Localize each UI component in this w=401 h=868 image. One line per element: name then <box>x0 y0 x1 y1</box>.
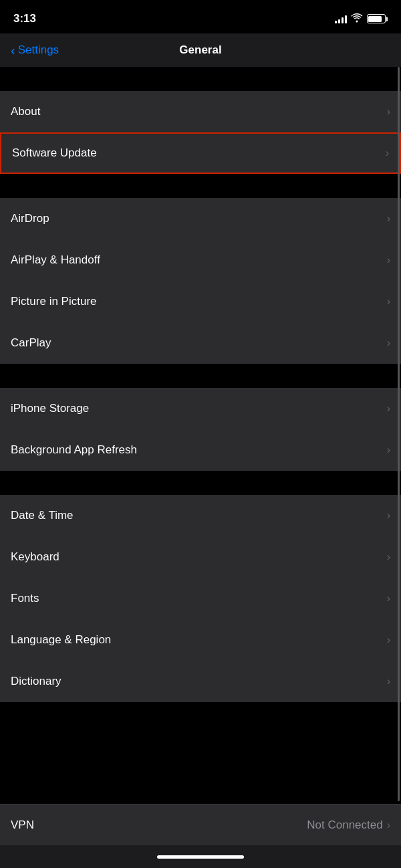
menu-item-language-region-label: Language & Region <box>11 633 111 647</box>
status-icons <box>335 13 388 25</box>
menu-item-vpn-right: Not Connected › <box>307 819 390 832</box>
menu-item-about-label: About <box>11 105 40 118</box>
chevron-right-icon-8: › <box>387 444 390 456</box>
home-indicator <box>0 845 401 868</box>
section-gap-4 <box>0 471 401 495</box>
chevron-right-icon-10: › <box>387 551 390 563</box>
menu-item-background-app-refresh-label: Background App Refresh <box>11 443 137 457</box>
menu-item-fonts-label: Fonts <box>11 592 39 605</box>
menu-item-iphone-storage-label: iPhone Storage <box>11 402 89 415</box>
section-gap-2 <box>0 174 401 198</box>
scrollbar[interactable] <box>398 67 400 801</box>
menu-item-keyboard-label: Keyboard <box>11 550 59 564</box>
menu-item-picture-in-picture-right: › <box>387 296 390 308</box>
menu-item-date-time[interactable]: Date & Time › <box>0 495 401 536</box>
menu-item-keyboard[interactable]: Keyboard › <box>0 536 401 578</box>
menu-group-3: iPhone Storage › Background App Refresh … <box>0 388 401 471</box>
menu-item-vpn[interactable]: VPN Not Connected › <box>0 804 401 845</box>
menu-item-dictionary-right: › <box>387 675 390 687</box>
menu-item-airdrop[interactable]: AirDrop › <box>0 198 401 239</box>
menu-group-2: AirDrop › AirPlay & Handoff › Picture in… <box>0 198 401 364</box>
menu-item-airplay-handoff-label: AirPlay & Handoff <box>11 253 100 267</box>
menu-group-4: Date & Time › Keyboard › Fonts › Languag… <box>0 495 401 702</box>
menu-item-iphone-storage-right: › <box>387 403 390 415</box>
menu-item-iphone-storage[interactable]: iPhone Storage › <box>0 388 401 429</box>
chevron-right-icon-7: › <box>387 403 390 415</box>
menu-item-language-region-right: › <box>387 634 390 646</box>
menu-item-vpn-label: VPN <box>11 819 34 832</box>
menu-item-software-update[interactable]: Software Update › <box>0 132 401 174</box>
menu-item-airdrop-label: AirDrop <box>11 212 49 225</box>
menu-item-background-app-refresh-right: › <box>387 444 390 456</box>
menu-item-airplay-handoff-right: › <box>387 254 390 266</box>
chevron-right-icon-5: › <box>387 296 390 308</box>
back-button[interactable]: ‹ Settings <box>11 43 59 57</box>
menu-group-1: About › Software Update › <box>0 91 401 174</box>
menu-item-carplay-right: › <box>387 337 390 349</box>
bottom-section: VPN Not Connected › <box>0 804 401 868</box>
menu-item-carplay[interactable]: CarPlay › <box>0 322 401 364</box>
status-bar: 3:13 <box>0 0 401 33</box>
chevron-right-icon-6: › <box>387 337 390 349</box>
menu-item-dictionary[interactable]: Dictionary › <box>0 661 401 702</box>
chevron-right-icon-9: › <box>387 510 390 522</box>
status-time: 3:13 <box>13 12 36 25</box>
menu-item-fonts[interactable]: Fonts › <box>0 578 401 619</box>
menu-item-about[interactable]: About › <box>0 91 401 132</box>
menu-item-date-time-right: › <box>387 510 390 522</box>
chevron-right-icon-3: › <box>387 213 390 225</box>
chevron-right-icon-12: › <box>387 634 390 646</box>
menu-item-fonts-right: › <box>387 592 390 605</box>
nav-title: General <box>179 43 221 57</box>
menu-item-software-update-right: › <box>386 147 389 159</box>
menu-item-language-region[interactable]: Language & Region › <box>0 619 401 661</box>
menu-item-carplay-label: CarPlay <box>11 336 51 350</box>
menu-item-background-app-refresh[interactable]: Background App Refresh › <box>0 429 401 471</box>
back-chevron-icon: ‹ <box>11 43 15 57</box>
menu-item-about-right: › <box>387 106 390 118</box>
section-gap-3 <box>0 364 401 388</box>
back-button-label: Settings <box>18 43 59 57</box>
chevron-right-icon-4: › <box>387 254 390 266</box>
chevron-right-icon-11: › <box>387 592 390 605</box>
nav-bar: ‹ Settings General <box>0 33 401 67</box>
menu-item-vpn-value: Not Connected <box>307 819 382 832</box>
menu-item-picture-in-picture-label: Picture in Picture <box>11 295 97 308</box>
menu-item-airdrop-right: › <box>387 213 390 225</box>
chevron-right-icon-2: › <box>386 147 389 159</box>
home-bar <box>157 855 244 859</box>
menu-item-date-time-label: Date & Time <box>11 509 74 522</box>
chevron-right-icon: › <box>387 106 390 118</box>
menu-item-software-update-label: Software Update <box>12 146 97 160</box>
section-gap-1 <box>0 67 401 91</box>
menu-item-picture-in-picture[interactable]: Picture in Picture › <box>0 281 401 322</box>
wifi-icon <box>351 13 363 25</box>
chevron-right-icon-14: › <box>387 819 390 831</box>
chevron-right-icon-13: › <box>387 675 390 687</box>
menu-item-dictionary-label: Dictionary <box>11 675 61 688</box>
menu-item-airplay-handoff[interactable]: AirPlay & Handoff › <box>0 239 401 281</box>
battery-icon <box>367 14 388 23</box>
section-gap-5 <box>0 702 401 726</box>
signal-icon <box>335 14 347 23</box>
menu-item-keyboard-right: › <box>387 551 390 563</box>
